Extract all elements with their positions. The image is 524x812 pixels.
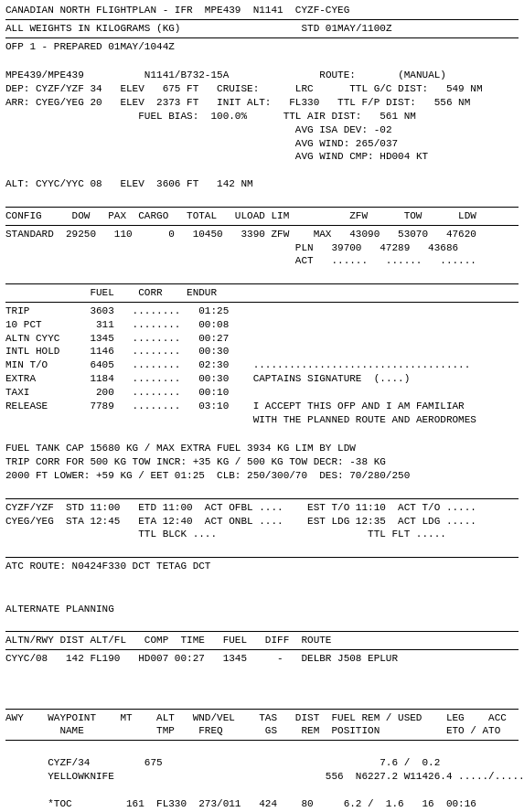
avg-wind-line: AVG WIND: 265/037	[5, 137, 519, 151]
blank-line7	[5, 541, 519, 555]
fuel-header: FUEL CORR ENDUR	[5, 286, 519, 300]
divider-2	[5, 37, 519, 38]
config-header: CONFIG DOW PAX CARGO TOTAL ULOAD LIM ZFW…	[5, 209, 519, 223]
atc-section: ATC ROUTE: N0424F330 DCT TETAG DCT	[5, 557, 519, 601]
alt-line: ALT: CYYC/YYC 08 ELEV 3606 FT 142 NM	[5, 177, 519, 191]
avg-isa-line: AVG ISA DEV: -02	[5, 123, 519, 137]
blank-line4	[5, 268, 519, 282]
atc-route: ATC ROUTE: N0424F330 DCT TETAG DCT	[5, 560, 519, 573]
header-section: CANADIAN NORTH FLIGHTPLAN - IFR MPE439 N…	[5, 4, 519, 54]
times-section: CYZF/YZF STD 11:00 ETD 11:00 ACT OFBL ..…	[5, 498, 519, 555]
waypoint-header2: NAME TMP FREQ GS REM POSITION ETO / ATO	[5, 724, 519, 738]
blank-line11	[5, 666, 519, 679]
flight-plan-container: CANADIAN NORTH FLIGHTPLAN - IFR MPE439 N…	[5, 4, 519, 812]
blank-line15	[5, 784, 519, 797]
blank-line9	[5, 587, 519, 601]
divider-11	[5, 709, 519, 710]
blank-line14	[5, 743, 519, 756]
fuel-release: RELEASE 7789 ........ 03:10 I ACCEPT THI…	[5, 400, 519, 413]
config-section: CONFIG DOW PAX CARGO TOTAL ULOAD LIM ZFW…	[5, 207, 519, 282]
divider-10	[5, 649, 519, 650]
waypoint-header1: AWY WAYPOINT MT ALT WND/VEL TAS DIST FUE…	[5, 711, 519, 725]
divider-6	[5, 302, 519, 303]
divider-7	[5, 498, 519, 499]
config-act: ACT ...... ...... ......	[5, 254, 519, 268]
fuel-section: FUEL CORR ENDUR TRIP 3603 ........ 01:25…	[5, 283, 519, 440]
blank-line3	[5, 191, 519, 205]
fuel-altn: ALTN CYYC 1345 ........ 00:27	[5, 332, 519, 346]
tank-line1: FUEL TANK CAP 15680 KG / MAX EXTRA FUEL …	[5, 442, 519, 455]
acft-reg-line: MPE439/MPE439 N1141/B732-15A ROUTE: (MAN…	[5, 69, 519, 82]
blank-line5	[5, 426, 519, 440]
blank-line13	[5, 693, 519, 707]
blank-line2	[5, 164, 519, 177]
divider-3	[5, 207, 519, 208]
avg-wind-cmp-line: AVG WIND CMP: HD004 KT	[5, 150, 519, 164]
wpt-row-2a: *TOC 161 FL330 273/011 424 80 6.2 / 1.6 …	[5, 797, 519, 811]
title: CANADIAN NORTH FLIGHTPLAN - IFR MPE439 N…	[5, 4, 519, 17]
fuel-minto: MIN T/O 6405 ........ 02:30 ............…	[5, 358, 519, 372]
tank-info-section: FUEL TANK CAP 15680 KG / MAX EXTRA FUEL …	[5, 442, 519, 496]
ofp-line: OFP 1 - PREPARED 01MAY/1044Z	[5, 40, 519, 54]
alternate-title: ALTERNATE PLANNING	[5, 603, 519, 616]
alternate-section: ALTERNATE PLANNING ALTN/RWY DIST ALT/FL …	[5, 603, 519, 707]
tank-line2: TRIP CORR FOR 500 KG TOW INCR: +35 KG / …	[5, 455, 519, 469]
blank-line12	[5, 679, 519, 693]
fuel-intl: INTL HOLD 1146 ........ 00:30	[5, 345, 519, 358]
config-row: STANDARD 29250 110 0 10450 3390 ZFW MAX …	[5, 228, 519, 241]
divider-9	[5, 631, 519, 632]
times-ttl: TTL BLCK .... TTL FLT .....	[5, 528, 519, 541]
weights-line: ALL WEIGHTS IN KILOGRAMS (KG) STD 01MAY/…	[5, 22, 519, 36]
fuel-accept2: WITH THE PLANNED ROUTE AND AERODROMES	[5, 413, 519, 427]
divider-12	[5, 740, 519, 741]
config-pln: PLN 39700 47289 43686	[5, 241, 519, 255]
arr-line: ARR: CYEG/YEG 20 ELEV 2373 FT INIT ALT: …	[5, 96, 519, 110]
fuel-10pct: 10 PCT 311 ........ 00:08	[5, 318, 519, 332]
fuel-bias-line: FUEL BIAS: 100.0% TTL AIR DIST: 561 NM	[5, 110, 519, 123]
waypoint-section: AWY WAYPOINT MT ALT WND/VEL TAS DIST FUE…	[5, 709, 519, 813]
fuel-extra: EXTRA 1184 ........ 00:30 CAPTAINS SIGNA…	[5, 372, 519, 386]
alternate-row: CYYC/08 142 FL190 HD007 00:27 1345 - DEL…	[5, 652, 519, 666]
blank-line6	[5, 483, 519, 497]
alternate-header: ALTN/RWY DIST ALT/FL COMP TIME FUEL DIFF…	[5, 634, 519, 647]
dep-line: DEP: CYZF/YZF 34 ELEV 675 FT CRUISE: LRC…	[5, 82, 519, 96]
blank-line10	[5, 615, 519, 629]
divider-8	[5, 557, 519, 558]
tank-line3: 2000 FT LOWER: +59 KG / EET 01:25 CLB: 2…	[5, 469, 519, 483]
flight-info-section: MPE439/MPE439 N1141/B732-15A ROUTE: (MAN…	[5, 56, 519, 205]
wpt-row-1b: YELLOWKNIFE 556 N6227.2 W11426.4 ...../.…	[5, 770, 519, 784]
blank-line8	[5, 573, 519, 587]
fuel-trip: TRIP 3603 ........ 01:25	[5, 304, 519, 318]
times-dep: CYZF/YZF STD 11:00 ETD 11:00 ACT OFBL ..…	[5, 501, 519, 515]
divider-4	[5, 225, 519, 226]
times-arr: CYEG/YEG STA 12:45 ETA 12:40 ACT ONBL ..…	[5, 515, 519, 529]
blank-line	[5, 56, 519, 69]
divider-1	[5, 19, 519, 20]
fuel-taxi: TAXI 200 ........ 00:10	[5, 386, 519, 400]
wpt-row-1a: CYZF/34 675 7.6 / 0.2	[5, 756, 519, 770]
divider-5	[5, 283, 519, 284]
